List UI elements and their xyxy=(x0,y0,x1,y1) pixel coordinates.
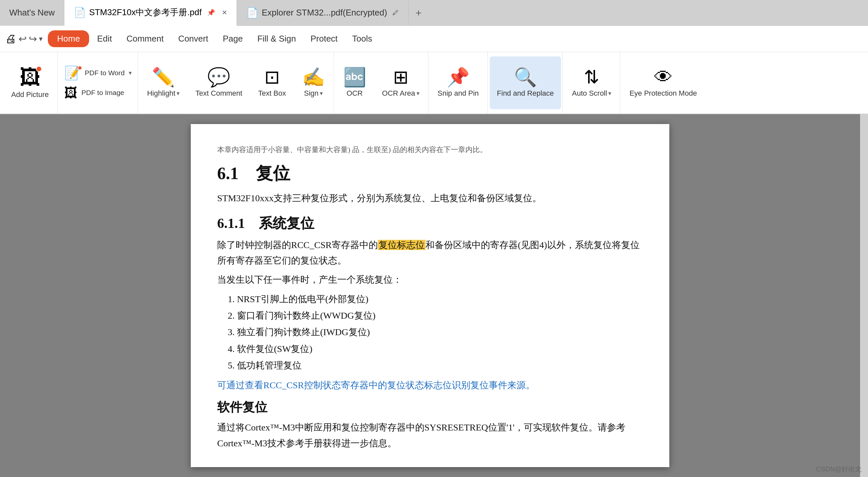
watermark: CSDN@好街龙 xyxy=(816,465,861,474)
text-comment-label: Text Comment xyxy=(195,89,242,98)
text-box-button[interactable]: ⊡ Text Box xyxy=(251,56,293,109)
tab-stm32-pdf[interactable]: 📄 STM32F10x中文参考手册.pdf 📌 ✕ xyxy=(64,0,237,26)
add-tab-icon: ＋ xyxy=(413,6,424,20)
snip-and-pin-label: Snip and Pin xyxy=(438,89,479,98)
snip-and-pin-icon: 📌 xyxy=(446,68,470,87)
section-6-1-1-para2: 当发生以下任一事件时，产生一个系统复位： xyxy=(217,272,643,288)
section-6-1-1-para1: 除了时钟控制器的RCC_CSR寄存器中的复位标志位和备份区域中的寄存器(见图4)… xyxy=(217,237,643,268)
content-area: 本章内容适用于小容量、中容量和大容量) 品，生联至) 品的相关内容在下一章内比。… xyxy=(0,114,868,477)
list-item-3: 独立看门狗计数终止(IWDG复位) xyxy=(237,324,643,341)
pdf-viewer[interactable]: 本章内容适用于小容量、中容量和大容量) 品，生联至) 品的相关内容在下一章内比。… xyxy=(0,114,860,477)
group-pdf-convert: 📝 PDF to Word ▾ 🖼 PDF to Image xyxy=(58,52,138,114)
pdf-to-image-icon: 🖼 xyxy=(64,86,78,99)
group-snip: 📌 Snip and Pin xyxy=(429,52,488,114)
sign-button[interactable]: ✍️ Sign ▾ xyxy=(295,56,332,109)
dropdown-button[interactable]: ▾ xyxy=(39,35,42,43)
add-tab-button[interactable]: ＋ xyxy=(409,0,428,26)
stm32-tab-icon: 📄 xyxy=(73,7,86,18)
menu-protect[interactable]: Protect xyxy=(304,30,344,47)
text-box-icon: ⊡ xyxy=(265,68,280,87)
snip-and-pin-button[interactable]: 📌 Snip and Pin xyxy=(430,56,486,109)
pdf-to-word-button[interactable]: 📝 PDF to Word ▾ xyxy=(60,64,136,82)
sign-icon: ✍️ xyxy=(302,68,325,87)
menu-tools[interactable]: Tools xyxy=(346,30,379,47)
list-item-5: 低功耗管理复位 xyxy=(237,357,643,374)
stm32-tab-label: STM32F10x中文参考手册.pdf xyxy=(89,7,202,18)
group-scroll: ⇅ Auto Scroll ▾ xyxy=(563,52,620,114)
ocr-button[interactable]: 🔤 OCR xyxy=(336,56,374,109)
ocr-label: OCR xyxy=(346,89,363,98)
text-comment-button[interactable]: 💬 Text Comment xyxy=(188,56,249,109)
explorer-tab-icon: 📄 xyxy=(246,7,258,19)
tab-explorer-pdf[interactable]: 📄 Explorer STM32...pdf(Encrypted) 🖉 xyxy=(237,0,409,26)
list-item-1: NRST引脚上的低电平(外部复位) xyxy=(237,291,643,308)
print-button[interactable]: 🖨 xyxy=(5,32,17,45)
sign-label: Sign xyxy=(304,89,318,98)
eye-protection-button[interactable]: 👁 Eye Protection Mode xyxy=(622,56,704,109)
highlighted-text: 复位标志位 xyxy=(378,240,426,250)
pdf-to-image-button[interactable]: 🖼 PDF to Image xyxy=(60,84,136,102)
whats-new-label: What's New xyxy=(9,8,55,18)
reset-events-list: NRST引脚上的低电平(外部复位) 窗口看门狗计数终止(WWDG复位) 独立看门… xyxy=(237,291,643,374)
menu-page[interactable]: Page xyxy=(216,30,249,47)
section-6-1-title: 6.1 复位 xyxy=(217,162,643,185)
add-picture-label: Add Picture xyxy=(11,90,49,99)
add-picture-button[interactable]: 🖼 Add Picture xyxy=(4,56,56,109)
ocr-area-icon: ⊞ xyxy=(393,68,409,87)
auto-scroll-label: Auto Scroll xyxy=(572,89,607,98)
sign-dropdown-icon: ▾ xyxy=(320,90,323,97)
group-add-picture: 🖼 Add Picture xyxy=(3,52,58,114)
ocr-area-label: OCR Area xyxy=(382,89,415,98)
group-eye: 👁 Eye Protection Mode xyxy=(621,52,705,114)
ocr-icon: 🔤 xyxy=(343,68,366,87)
eye-protection-label: Eye Protection Mode xyxy=(629,89,697,98)
group-ocr: 🔤 OCR ⊞ OCR Area ▾ xyxy=(335,52,428,114)
undo-button[interactable]: ↩ xyxy=(19,33,27,44)
software-reset-para: 通过将Cortex™-M3中断应用和复位控制寄存器中的SYSRESETREQ位置… xyxy=(217,420,643,451)
find-and-replace-label: Find and Replace xyxy=(497,89,554,98)
eye-protection-icon: 👁 xyxy=(654,68,673,87)
text-box-label: Text Box xyxy=(258,89,286,98)
pdf-page: 本章内容适用于小容量、中容量和大容量) 品，生联至) 品的相关内容在下一章内比。… xyxy=(191,124,669,467)
ocr-area-dropdown-icon: ▾ xyxy=(416,90,420,97)
menu-fill-sign[interactable]: Fill & Sign xyxy=(251,30,303,47)
menu-bar: 🖨 ↩ ↪ ▾ Home Edit Comment Convert Page F… xyxy=(0,26,868,52)
ocr-area-button[interactable]: ⊞ OCR Area ▾ xyxy=(375,56,427,109)
menu-convert[interactable]: Convert xyxy=(172,30,215,47)
pdf-to-image-label: PDF to Image xyxy=(82,88,124,97)
section-6-1-intro: STM32F10xxx支持三种复位形式，分别为系统复位、上电复位和备份区域复位。 xyxy=(217,190,643,206)
auto-scroll-button[interactable]: ⇅ Auto Scroll ▾ xyxy=(565,56,619,109)
redo-button[interactable]: ↪ xyxy=(29,33,37,44)
find-and-replace-button[interactable]: 🔍 Find and Replace xyxy=(490,56,561,109)
menu-home[interactable]: Home xyxy=(48,30,89,47)
group-find: 🔍 Find and Replace xyxy=(489,52,563,114)
menu-comment[interactable]: Comment xyxy=(120,30,170,47)
highlight-dropdown-icon: ▾ xyxy=(177,90,180,97)
pin-icon-2[interactable]: 🖉 xyxy=(393,9,399,17)
find-and-replace-icon: 🔍 xyxy=(514,68,537,87)
pdf-header-text: 本章内容适用于小容量、中容量和大容量) 品，生联至) 品的相关内容在下一章内比。 xyxy=(217,144,643,155)
menu-edit[interactable]: Edit xyxy=(90,30,119,47)
pdf-to-word-label: PDF to Word xyxy=(85,69,125,77)
list-item-2: 窗口看门狗计数终止(WWDG复位) xyxy=(237,308,643,324)
section-6-1-1-title: 6.1.1 系统复位 xyxy=(217,214,643,232)
auto-scroll-icon: ⇅ xyxy=(584,68,599,87)
highlight-icon: ✏️ xyxy=(152,68,175,87)
toolbar: 🖼 Add Picture 📝 PDF to Word ▾ 🖼 PDF to I… xyxy=(0,52,868,114)
auto-scroll-dropdown-icon: ▾ xyxy=(608,90,611,97)
scrollbar[interactable] xyxy=(860,114,868,477)
tab-close-stm32[interactable]: ✕ xyxy=(222,8,227,17)
tab-whats-new[interactable]: What's New xyxy=(0,0,64,26)
explorer-tab-label: Explorer STM32...pdf(Encrypted) xyxy=(262,8,387,18)
pin-icon[interactable]: 📌 xyxy=(207,8,215,17)
text-comment-icon: 💬 xyxy=(207,68,230,87)
section-6-1-1-para3: 可通过查看RCC_CSR控制状态寄存器中的复位状态标志位识别复位事件来源。 xyxy=(217,377,643,393)
group-annotate: ✏️ Highlight ▾ 💬 Text Comment ⊡ Text Box… xyxy=(138,52,334,114)
highlight-label: Highlight xyxy=(147,89,176,98)
list-item-4: 软件复位(SW复位) xyxy=(237,341,643,357)
add-picture-icon-wrapper: 🖼 xyxy=(20,67,40,88)
software-reset-title: 软件复位 xyxy=(217,399,643,416)
highlight-button[interactable]: ✏️ Highlight ▾ xyxy=(140,56,187,109)
pdf-to-word-dropdown-icon: ▾ xyxy=(129,69,132,76)
tab-bar: What's New 📄 STM32F10x中文参考手册.pdf 📌 ✕ 📄 E… xyxy=(0,0,868,26)
